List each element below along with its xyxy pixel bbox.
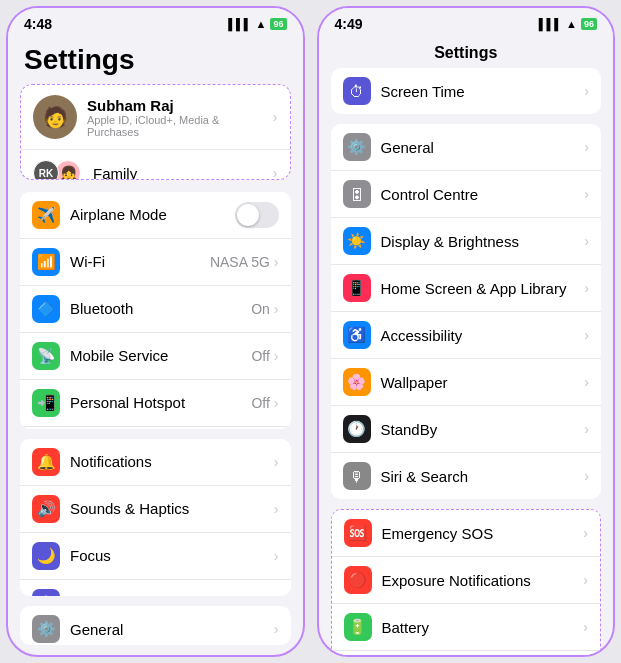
network-settings-group: ✈️ Airplane Mode 📶 Wi-Fi NASA 5G › 🔷 Blu… bbox=[20, 192, 291, 429]
home-screen-chevron: › bbox=[584, 280, 589, 296]
right-screen-time-chevron: › bbox=[584, 83, 589, 99]
right-page-title: Settings bbox=[319, 36, 614, 68]
right-settings-list: ⏱ Screen Time › ⚙️ General › 🎛 Control C… bbox=[319, 68, 614, 655]
general-item[interactable]: ⚙️ General › bbox=[20, 606, 291, 645]
right-screen-time-icon: ⏱ bbox=[343, 77, 371, 105]
wifi-value: NASA 5G bbox=[210, 254, 270, 270]
battery-icon-box: 🔋 bbox=[344, 613, 372, 641]
emergency-sos-item[interactable]: 🆘 Emergency SOS › bbox=[332, 510, 601, 557]
siri-label: Siri & Search bbox=[381, 468, 585, 485]
screen-time-chevron: › bbox=[274, 595, 279, 597]
wifi-item[interactable]: 📶 Wi-Fi NASA 5G › bbox=[20, 239, 291, 286]
bluetooth-item[interactable]: 🔷 Bluetooth On › bbox=[20, 286, 291, 333]
apple-id-row[interactable]: 🧑 Subham Raj Apple ID, iCloud+, Media & … bbox=[21, 85, 290, 150]
wallpaper-icon: 🌸 bbox=[343, 368, 371, 396]
bluetooth-label: Bluetooth bbox=[70, 300, 251, 317]
control-centre-chevron: › bbox=[584, 186, 589, 202]
control-centre-icon: 🎛 bbox=[343, 180, 371, 208]
emergency-group: 🆘 Emergency SOS › 🔴 Exposure Notificatio… bbox=[331, 509, 602, 655]
wifi-icon-box: 📶 bbox=[32, 248, 60, 276]
wallpaper-label: Wallpaper bbox=[381, 374, 585, 391]
family-row[interactable]: RK 👧 Family › bbox=[21, 150, 290, 180]
control-centre-item[interactable]: 🎛 Control Centre › bbox=[331, 171, 602, 218]
profile-name: Subham Raj bbox=[87, 97, 273, 114]
bluetooth-value: On bbox=[251, 301, 270, 317]
wifi-chevron: › bbox=[274, 254, 279, 270]
main-settings-group: ⚙️ General › 🎛 Control Centre › ☀️ Displ… bbox=[331, 124, 602, 499]
hotspot-item[interactable]: 📲 Personal Hotspot Off › bbox=[20, 380, 291, 427]
display-chevron: › bbox=[584, 233, 589, 249]
sounds-icon: 🔊 bbox=[32, 495, 60, 523]
general-chevron: › bbox=[274, 621, 279, 637]
airplane-toggle[interactable] bbox=[235, 202, 279, 228]
left-phone-panel: 4:48 ▌▌▌ ▲ 96 Settings 🧑 Subham Raj Appl… bbox=[6, 6, 305, 657]
home-screen-item[interactable]: 📱 Home Screen & App Library › bbox=[331, 265, 602, 312]
bluetooth-icon: 🔷 bbox=[32, 295, 60, 323]
siri-icon: 🎙 bbox=[343, 462, 371, 490]
notifications-settings-group: 🔔 Notifications › 🔊 Sounds & Haptics › 🌙… bbox=[20, 439, 291, 597]
signal-icon: ▌▌▌ bbox=[228, 18, 251, 30]
right-general-item[interactable]: ⚙️ General › bbox=[331, 124, 602, 171]
avatar: 🧑 bbox=[33, 95, 77, 139]
focus-chevron: › bbox=[274, 548, 279, 564]
right-general-label: General bbox=[381, 139, 585, 156]
family-chevron-icon: › bbox=[273, 165, 278, 180]
family-label: Family bbox=[93, 165, 273, 180]
hotspot-chevron: › bbox=[274, 395, 279, 411]
screen-time-item[interactable]: ⏱ Screen Time › bbox=[20, 580, 291, 597]
right-wifi-icon: ▲ bbox=[566, 18, 577, 30]
profile-subtitle: Apple ID, iCloud+, Media & Purchases bbox=[87, 114, 273, 138]
exposure-label: Exposure Notifications bbox=[382, 572, 584, 589]
notifications-icon: 🔔 bbox=[32, 448, 60, 476]
airplane-mode-item[interactable]: ✈️ Airplane Mode bbox=[20, 192, 291, 239]
control-centre-label: Control Centre bbox=[381, 186, 585, 203]
battery-indicator: 96 bbox=[270, 18, 286, 30]
notifications-label: Notifications bbox=[70, 453, 274, 470]
right-status-icons: ▌▌▌ ▲ 96 bbox=[539, 18, 597, 30]
battery-label: Battery bbox=[382, 619, 584, 636]
battery-item[interactable]: 🔋 Battery › bbox=[332, 604, 601, 651]
emergency-sos-icon: 🆘 bbox=[344, 519, 372, 547]
mobile-service-icon: 📡 bbox=[32, 342, 60, 370]
mobile-service-value: Off bbox=[251, 348, 269, 364]
mobile-service-label: Mobile Service bbox=[70, 347, 251, 364]
family-avatar-rk: RK bbox=[33, 160, 59, 180]
focus-item[interactable]: 🌙 Focus › bbox=[20, 533, 291, 580]
accessibility-icon: ♿ bbox=[343, 321, 371, 349]
accessibility-item[interactable]: ♿ Accessibility › bbox=[331, 312, 602, 359]
sounds-chevron: › bbox=[274, 501, 279, 517]
screen-time-label: Screen Time bbox=[70, 594, 274, 596]
profile-info: Subham Raj Apple ID, iCloud+, Media & Pu… bbox=[87, 97, 273, 138]
display-label: Display & Brightness bbox=[381, 233, 585, 250]
right-phone-panel: 4:49 ▌▌▌ ▲ 96 Settings ⏱ Screen Time › ⚙… bbox=[317, 6, 616, 657]
right-screen-time-item[interactable]: ⏱ Screen Time › bbox=[331, 68, 602, 114]
right-battery-indicator: 96 bbox=[581, 18, 597, 30]
battery-chevron: › bbox=[583, 619, 588, 635]
sounds-item[interactable]: 🔊 Sounds & Haptics › bbox=[20, 486, 291, 533]
left-status-bar: 4:48 ▌▌▌ ▲ 96 bbox=[8, 8, 303, 36]
right-signal-icon: ▌▌▌ bbox=[539, 18, 562, 30]
wallpaper-item[interactable]: 🌸 Wallpaper › bbox=[331, 359, 602, 406]
accessibility-label: Accessibility bbox=[381, 327, 585, 344]
display-brightness-item[interactable]: ☀️ Display & Brightness › bbox=[331, 218, 602, 265]
mobile-service-item[interactable]: 📡 Mobile Service Off › bbox=[20, 333, 291, 380]
standby-item[interactable]: 🕐 StandBy › bbox=[331, 406, 602, 453]
notifications-item[interactable]: 🔔 Notifications › bbox=[20, 439, 291, 486]
hotspot-value: Off bbox=[251, 395, 269, 411]
wifi-icon: ▲ bbox=[256, 18, 267, 30]
privacy-security-item[interactable]: ✋ Privacy & Security › bbox=[332, 651, 601, 655]
emergency-sos-chevron: › bbox=[583, 525, 588, 541]
profile-section: 🧑 Subham Raj Apple ID, iCloud+, Media & … bbox=[20, 84, 291, 180]
wifi-label: Wi-Fi bbox=[70, 253, 210, 270]
chevron-icon: › bbox=[273, 109, 278, 125]
sounds-label: Sounds & Haptics bbox=[70, 500, 274, 517]
general-icon: ⚙️ bbox=[32, 615, 60, 643]
focus-label: Focus bbox=[70, 547, 274, 564]
vpn-item[interactable]: 🌐 VPN bbox=[20, 427, 291, 429]
siri-chevron: › bbox=[584, 468, 589, 484]
siri-search-item[interactable]: 🎙 Siri & Search › bbox=[331, 453, 602, 499]
right-screen-time-label: Screen Time bbox=[381, 83, 585, 100]
exposure-notifications-item[interactable]: 🔴 Exposure Notifications › bbox=[332, 557, 601, 604]
mobile-service-chevron: › bbox=[274, 348, 279, 364]
standby-icon: 🕐 bbox=[343, 415, 371, 443]
